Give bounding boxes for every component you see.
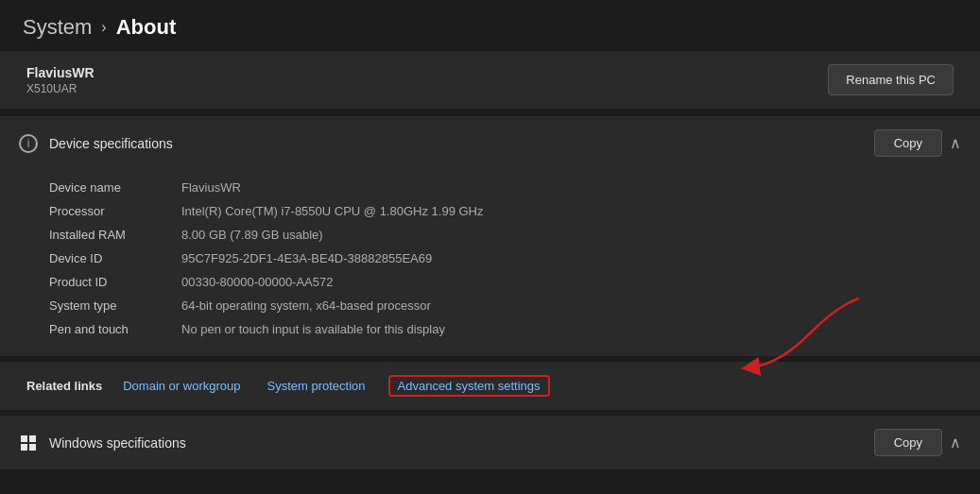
table-row: Device ID 95C7F925-2DF1-4E3A-BE4D-388828… <box>49 247 954 270</box>
related-links-bar: Related links Domain or workgroupSystem … <box>0 362 980 410</box>
spec-value: FlaviusWR <box>181 180 241 195</box>
windows-specs-section: Windows specifications Copy ∧ <box>0 416 980 469</box>
page-header: System › About <box>0 0 980 51</box>
windows-section-header-left: Windows specifications <box>19 434 186 452</box>
table-row: Pen and touch No pen or touch input is a… <box>49 317 954 341</box>
pc-name: FlaviusWR <box>26 65 95 80</box>
device-specs-header[interactable]: i Device specifications Copy ∧ <box>0 116 980 170</box>
windows-specs-title: Windows specifications <box>49 435 186 451</box>
breadcrumb-about: About <box>116 15 177 40</box>
spec-value: 95C7F925-2DF1-4E3A-BE4D-38882855EA69 <box>181 251 432 265</box>
windows-section-header-right: Copy ∧ <box>874 429 961 456</box>
info-icon: i <box>19 134 38 153</box>
spec-label: Product ID <box>49 275 181 289</box>
spec-value: 64-bit operating system, x64-based proce… <box>181 298 431 313</box>
windows-logo-icon <box>19 434 38 452</box>
pc-model: X510UAR <box>26 82 95 95</box>
device-specs-section: i Device specifications Copy ∧ Device na… <box>0 116 980 356</box>
spec-label: Processor <box>49 204 181 218</box>
spec-label: Pen and touch <box>49 322 181 336</box>
advanced-system-settings-link[interactable]: Advanced system settings <box>388 375 550 397</box>
spec-value: 8.00 GB (7.89 GB usable) <box>181 228 323 242</box>
spec-label: Device ID <box>49 251 181 265</box>
device-specs-title: Device specifications <box>49 136 173 151</box>
spec-value: Intel(R) Core(TM) i7-8550U CPU @ 1.80GHz… <box>181 204 484 218</box>
table-row: Installed RAM 8.00 GB (7.89 GB usable) <box>49 223 954 247</box>
windows-specs-header[interactable]: Windows specifications Copy ∧ <box>0 416 980 469</box>
breadcrumb-system: System <box>23 15 92 40</box>
system-protection-link[interactable]: System protection <box>263 377 369 395</box>
spec-value: 00330-80000-00000-AA572 <box>181 275 333 289</box>
related-links-list: Domain or workgroupSystem protectionAdva… <box>119 375 568 397</box>
table-row: Device name FlaviusWR <box>49 176 954 199</box>
pc-identity: FlaviusWR X510UAR <box>26 65 95 95</box>
collapse-icon: ∧ <box>950 134 961 152</box>
spec-value: No pen or touch input is available for t… <box>181 322 445 336</box>
section-header-right: Copy ∧ <box>874 129 961 157</box>
domain-workgroup-link[interactable]: Domain or workgroup <box>119 377 244 395</box>
windows-specs-copy-button[interactable]: Copy <box>874 429 942 456</box>
table-row: Processor Intel(R) Core(TM) i7-8550U CPU… <box>49 199 954 223</box>
pc-info-bar: FlaviusWR X510UAR Rename this PC <box>0 51 980 109</box>
windows-collapse-icon: ∧ <box>950 434 961 451</box>
section-header-left: i Device specifications <box>19 134 173 153</box>
spec-label: Installed RAM <box>49 228 181 242</box>
spec-label: Device name <box>49 180 181 195</box>
table-row: Product ID 00330-80000-00000-AA572 <box>49 270 954 294</box>
breadcrumb-chevron: › <box>101 19 106 36</box>
related-links-label: Related links <box>26 379 102 393</box>
table-row: System type 64-bit operating system, x64… <box>49 294 954 317</box>
device-specs-table: Device name FlaviusWR Processor Intel(R)… <box>0 170 980 356</box>
rename-pc-button[interactable]: Rename this PC <box>828 64 954 95</box>
device-specs-copy-button[interactable]: Copy <box>874 129 942 157</box>
spec-label: System type <box>49 298 181 313</box>
